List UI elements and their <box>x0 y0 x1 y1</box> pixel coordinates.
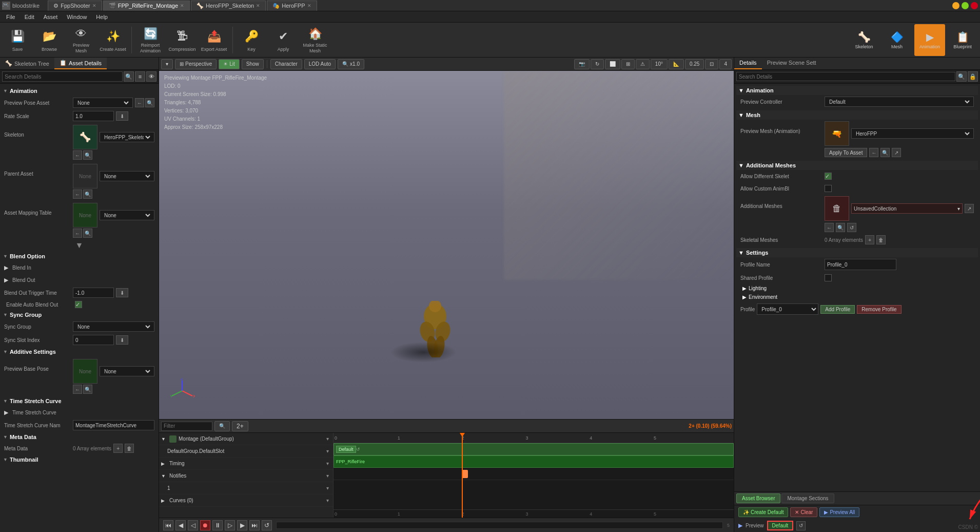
rate-scale-slider[interactable]: ⬇ <box>116 111 128 121</box>
profile-dropdown[interactable]: Profile_0 <box>757 303 818 315</box>
r-mesh-arrow-btn[interactable]: ← <box>869 148 878 157</box>
preview-pose-arrow-btn[interactable]: ← <box>135 98 144 107</box>
apply-to-asset-button[interactable]: Apply To Asset <box>825 148 867 157</box>
static-mesh-button[interactable]: 🏠 Make Static Mesh <box>300 24 330 56</box>
track-timing-expand[interactable]: ▶ <box>161 461 167 466</box>
grid-btn[interactable]: ⊞ <box>621 59 635 69</box>
loop-button[interactable]: ↺ <box>262 520 272 530</box>
track-curves[interactable]: ▶ Curves (0) ▾ <box>159 495 333 507</box>
blend-trigger-slider[interactable]: ⬇ <box>116 288 128 297</box>
lod-button[interactable]: LOD Auto <box>304 59 336 69</box>
asset-mapping-search-btn[interactable]: 🔍 <box>83 229 92 238</box>
r-preview-controller-select[interactable]: Default <box>827 99 971 105</box>
display-btn[interactable]: ⬜ <box>605 59 620 69</box>
details-tab[interactable]: Details <box>734 58 762 69</box>
track-curves-arrow[interactable]: ▾ <box>324 497 331 504</box>
track-notify-1-arrow[interactable]: ▾ <box>324 485 331 492</box>
r-unsaved-search-btn[interactable]: 🔍 <box>836 223 845 232</box>
tab-herofpp-skeleton-close[interactable]: ✕ <box>256 3 260 8</box>
additive-section-header[interactable]: ▼ Additive Settings <box>2 347 156 357</box>
sync-slot-slider[interactable]: ⬇ <box>116 335 128 345</box>
parent-asset-arrow-btn[interactable]: ← <box>73 189 82 199</box>
tab-herofpp-close[interactable]: ✕ <box>307 3 311 8</box>
r-allow-diff-checkbox[interactable]: ✓ <box>825 173 832 180</box>
tab-fpprififire[interactable]: 🎬FPP_RifleFire_Montage ✕ <box>103 1 190 11</box>
meta-section-header[interactable]: ▼ Meta Data <box>2 432 156 442</box>
skeleton-select[interactable]: HeroFPP_Skeleton <box>102 134 152 141</box>
compression-button[interactable]: 🗜 Compression <box>167 24 198 56</box>
r-preview-controller-value[interactable]: Default <box>825 97 974 107</box>
r-shared-profile-checkbox[interactable] <box>825 274 832 281</box>
r-environment-header[interactable]: ▶ Environment <box>736 293 978 301</box>
skeleton-value[interactable]: HeroFPP_Skeleton <box>100 132 154 142</box>
clip-bar[interactable]: FPP_RifleFire <box>334 455 734 468</box>
apply-button[interactable]: ✔ Apply <box>268 24 299 56</box>
tab-herofpp[interactable]: 🎭HeroFPP ✕ <box>267 1 317 11</box>
preview-pose-value[interactable]: None <box>73 98 133 108</box>
preview-base-value[interactable]: None <box>100 366 154 376</box>
stretch-curve-name-input[interactable] <box>73 420 154 430</box>
record-button[interactable]: ⏺ <box>200 520 210 530</box>
clear-button[interactable]: ✕ Clear <box>790 507 817 517</box>
animation-mode-button[interactable]: ▶ Animation <box>914 24 945 56</box>
preview-reset-button[interactable]: ↺ <box>796 521 806 530</box>
left-search-button[interactable]: 🔍 <box>124 71 134 82</box>
timeline-expand-btn[interactable]: 2+ <box>232 421 248 431</box>
reimport-button[interactable]: 🔄 Reimport Animation <box>135 24 166 56</box>
blend-in-expand[interactable]: ▶ <box>4 264 8 271</box>
right-search-input[interactable] <box>736 72 955 81</box>
animation-section-header[interactable]: ▼ Animation <box>2 86 156 96</box>
next-frame-button[interactable]: ▶ <box>237 520 247 530</box>
track-timing-arrow[interactable]: ▾ <box>324 460 331 467</box>
extra-btn[interactable]: 4 <box>719 59 732 69</box>
menu-edit[interactable]: Edit <box>21 13 38 21</box>
parent-asset-select[interactable]: None <box>102 173 152 180</box>
r-skeletal-add-btn[interactable]: + <box>865 235 874 244</box>
viewport-dropdown-button[interactable]: ▾ <box>161 59 173 69</box>
time-stretch-section-header[interactable]: ▼ Time Stretch Curve <box>2 396 156 406</box>
save-button[interactable]: 💾 Save <box>2 24 33 56</box>
tab-fpprififire-close[interactable]: ✕ <box>180 3 184 8</box>
montage-sections-tab[interactable]: Montage Sections <box>781 493 834 503</box>
r-skeletal-del-btn[interactable]: 🗑 <box>876 235 886 244</box>
tab-herofpp-skeleton[interactable]: 🦴HeroFPP_Skeleton ✕ <box>191 1 266 11</box>
blend-section-header[interactable]: ▼ Blend Option <box>2 251 156 261</box>
pause-button[interactable]: ⏸ <box>212 520 223 530</box>
sync-slot-input[interactable] <box>73 335 114 345</box>
show-button[interactable]: Show <box>242 59 264 69</box>
track-notifies[interactable]: ▼ Notifies ▾ <box>159 470 333 482</box>
zoom-button[interactable]: 🔍 x1.0 <box>338 59 364 69</box>
preview-base-search-btn[interactable]: 🔍 <box>83 385 92 394</box>
menu-asset[interactable]: Asset <box>40 13 62 21</box>
timeline-filter-input[interactable] <box>161 422 212 431</box>
right-search-button[interactable]: 🔍 <box>956 71 967 82</box>
r-lighting-header[interactable]: ▶ Lighting <box>736 284 978 293</box>
blend-out-expand[interactable]: ▶ <box>4 277 8 283</box>
menu-window[interactable]: Window <box>63 13 91 21</box>
tab-fppshooter[interactable]: ⚙FppShooter ✕ <box>48 1 102 11</box>
asset-mapping-value[interactable]: None <box>100 210 154 220</box>
blueprint-mode-button[interactable]: 📋 Blueprint <box>947 24 978 56</box>
expand-more-button[interactable]: ▼ <box>2 240 156 251</box>
track-curves-expand[interactable]: ▶ <box>161 498 167 503</box>
prev-frame-button[interactable]: ◀ <box>175 520 186 530</box>
skeleton-search-btn[interactable]: 🔍 <box>83 150 92 160</box>
track-montage[interactable]: ▼ Montage (DefaultGroup) ▾ <box>159 433 333 445</box>
r-settings-header[interactable]: ▼ Settings <box>736 248 978 257</box>
preview-base-arrow-btn[interactable]: ← <box>73 385 82 394</box>
close-button[interactable] <box>971 2 978 9</box>
play-back-button[interactable]: ◁ <box>188 520 198 530</box>
enable-auto-checkbox[interactable]: ✓ <box>75 301 82 308</box>
r-unsaved-value[interactable]: UnsavedCollection ▾ <box>851 203 963 214</box>
sync-section-header[interactable]: ▼ Sync Group <box>2 310 156 320</box>
preview-base-select[interactable]: None <box>102 368 152 375</box>
snap-btn[interactable]: 📐 <box>669 59 684 69</box>
scale-btn[interactable]: ⊡ <box>705 59 718 69</box>
create-asset-button[interactable]: ✨ Create Asset <box>97 24 128 56</box>
track-default-slot[interactable]: DefaultGroup.DefaultSlot ▾ <box>159 445 333 458</box>
viewport[interactable]: Previewing Montage FPP_RifleFire_Montage… <box>159 71 734 419</box>
play-button[interactable]: ▷ <box>225 520 235 530</box>
timeline-search-btn[interactable]: 🔍 <box>214 421 230 431</box>
r-allow-custom-checkbox[interactable] <box>825 185 832 192</box>
left-filter-button[interactable]: ≡ <box>135 71 145 82</box>
